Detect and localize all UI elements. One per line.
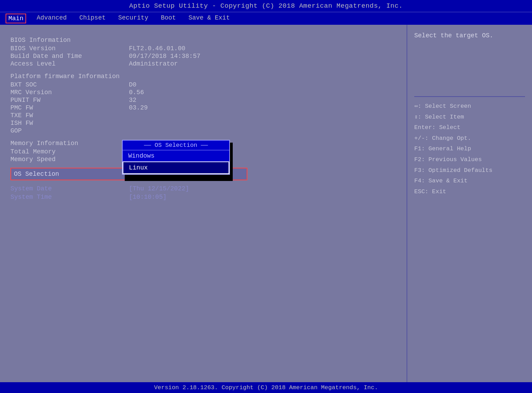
bios-version-label: BIOS Version (10, 45, 129, 52)
key-f3: F3: Optimized Defaults (414, 165, 525, 176)
access-level-value: Administrator (129, 60, 178, 67)
key-f2: F2: Previous Values (414, 154, 525, 165)
menu-item-main[interactable]: Main (6, 14, 26, 23)
punit-fw-label: PUNIT FW (10, 97, 129, 104)
system-date-row[interactable]: System Date [Thu 12/15/2022] (10, 185, 396, 192)
build-date-value: 09/17/2018 14:38:57 (129, 53, 200, 60)
system-time-row[interactable]: System Time [10:10:05] (10, 194, 396, 201)
help-text: Select the target OS. (414, 31, 525, 40)
title-text: Aptio Setup Utility - Copyright (C) 2018… (129, 2, 403, 10)
popup-item-linux[interactable]: Linux (123, 161, 229, 174)
main-content: BIOS Information BIOS Version FLT2.0.46.… (0, 25, 532, 382)
key-esc: ESC: Exit (414, 187, 525, 197)
key-change-opt: +/-: Change Opt. (414, 133, 525, 144)
key-enter-select: Enter: Select (414, 122, 525, 133)
title-bar: Aptio Setup Utility - Copyright (C) 2018… (0, 0, 532, 12)
gop-label: GOP (10, 127, 129, 134)
mrc-version-value: 0.56 (129, 89, 144, 96)
bios-section-title: BIOS Information (10, 37, 396, 44)
menu-item-advanced[interactable]: Advanced (34, 14, 69, 23)
key-select-screen: ⇔: Select Screen (414, 101, 525, 112)
pmc-fw-label: PMC FW (10, 104, 129, 111)
bxt-soc-value: D0 (129, 81, 137, 88)
access-level-label: Access Level (10, 60, 129, 67)
bxt-soc-row: BXT SOC D0 (10, 81, 396, 88)
key-f4: F4: Save & Exit (414, 176, 525, 187)
bios-info-section: BIOS Information BIOS Version FLT2.0.46.… (10, 37, 396, 67)
memory-speed-label: Memory Speed (10, 156, 129, 163)
build-date-row: Build Date and Time 09/17/2018 14:38:57 (10, 53, 396, 60)
mrc-version-label: MRC Version (10, 89, 129, 96)
txe-fw-row: TXE FW (10, 112, 396, 119)
txe-fw-label: TXE FW (10, 112, 129, 119)
system-time-value: [10:10:05] (129, 194, 167, 201)
system-date-value: [Thu 12/15/2022] (129, 185, 189, 192)
ish-fw-label: ISH FW (10, 120, 129, 127)
system-time-label: System Time (10, 194, 129, 201)
menu-item-chipset[interactable]: Chipset (77, 14, 108, 23)
footer-text: Version 2.18.1263. Copyright (C) 2018 Am… (154, 384, 378, 391)
os-selection-popup: —— OS Selection —— Windows Linux (122, 140, 230, 175)
mrc-version-row: MRC Version 0.56 (10, 89, 396, 96)
popup-item-windows[interactable]: Windows (123, 150, 229, 161)
bios-version-row: BIOS Version FLT2.0.46.01.00 (10, 45, 396, 52)
pmc-fw-row: PMC FW 03.29 (10, 104, 396, 111)
menu-item-boot[interactable]: Boot (159, 14, 178, 23)
screen: Aptio Setup Utility - Copyright (C) 2018… (0, 0, 532, 393)
punit-fw-row: PUNIT FW 32 (10, 97, 396, 104)
access-level-row: Access Level Administrator (10, 60, 396, 67)
right-panel: Select the target OS. ⇔: Select Screen ⇕… (407, 25, 532, 382)
ish-fw-row: ISH FW (10, 120, 396, 127)
menu-item-security[interactable]: Security (116, 14, 150, 23)
os-selection-label: OS Selection (14, 171, 132, 177)
platform-section-title: Platform firmware Information (10, 73, 396, 80)
popup-title: —— OS Selection —— (123, 141, 229, 150)
menu-bar: Main Advanced Chipset Security Boot Save… (0, 12, 532, 25)
bxt-soc-label: BXT SOC (10, 81, 129, 88)
popup-box: —— OS Selection —— Windows Linux (122, 140, 230, 175)
pmc-fw-value: 03.29 (129, 104, 148, 111)
key-f1: F1: General Help (414, 144, 525, 154)
build-date-label: Build Date and Time (10, 53, 129, 60)
left-panel: BIOS Information BIOS Version FLT2.0.46.… (0, 25, 407, 382)
key-help: ⇔: Select Screen ⇕: Select Item Enter: S… (414, 101, 525, 197)
total-memory-label: Total Memory (10, 148, 129, 155)
menu-item-save-exit[interactable]: Save & Exit (186, 14, 232, 23)
key-select-item: ⇕: Select Item (414, 112, 525, 123)
system-date-label: System Date (10, 185, 129, 192)
footer: Version 2.18.1263. Copyright (C) 2018 Am… (0, 382, 532, 393)
platform-info-section: Platform firmware Information BXT SOC D0… (10, 73, 396, 134)
divider (414, 96, 525, 97)
bios-version-value: FLT2.0.46.01.00 (129, 45, 185, 52)
punit-fw-value: 32 (129, 97, 137, 104)
gop-row: GOP (10, 127, 396, 134)
